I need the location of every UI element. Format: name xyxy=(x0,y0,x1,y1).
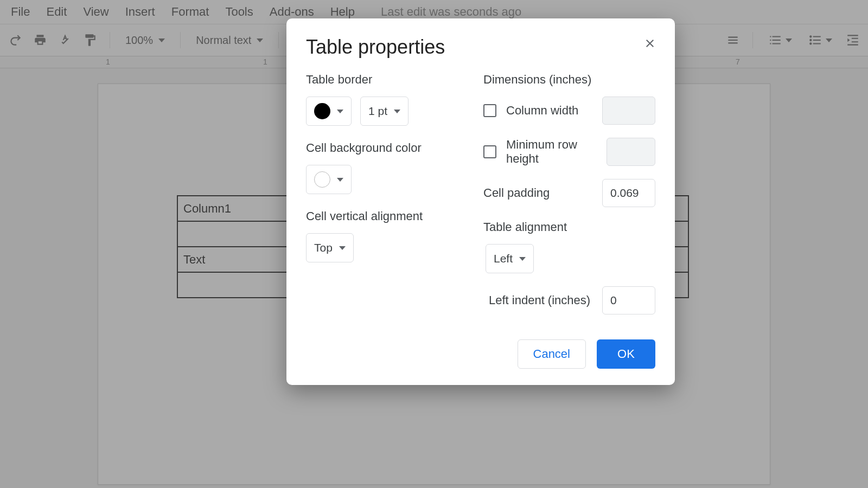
color-swatch-white xyxy=(314,171,330,188)
border-color-dropdown[interactable] xyxy=(306,97,352,126)
table-align-label: Table alignment xyxy=(483,220,655,234)
table-properties-dialog: Table properties Table border 1 pt Cell … xyxy=(286,18,675,385)
cell-padding-input[interactable]: 0.069 xyxy=(602,179,655,207)
border-width-value: 1 pt xyxy=(368,105,387,118)
left-indent-input[interactable]: 0 xyxy=(602,286,655,314)
dimensions-label: Dimensions (inches) xyxy=(483,73,655,87)
column-width-label: Column width xyxy=(506,104,578,118)
vertical-align-value: Top xyxy=(314,241,333,254)
column-width-checkbox[interactable] xyxy=(483,104,496,117)
vertical-align-label: Cell vertical alignment xyxy=(306,209,478,223)
column-width-input[interactable] xyxy=(602,97,655,125)
border-width-dropdown[interactable]: 1 pt xyxy=(360,97,409,126)
table-border-label: Table border xyxy=(306,73,478,87)
close-button[interactable] xyxy=(638,31,662,55)
chevron-down-icon xyxy=(337,178,343,182)
dialog-left-column: Table border 1 pt Cell background color xyxy=(306,73,478,314)
ok-button[interactable]: OK xyxy=(597,339,655,369)
dialog-title: Table properties xyxy=(306,36,655,59)
min-row-height-input[interactable] xyxy=(607,138,655,166)
vertical-align-dropdown[interactable]: Top xyxy=(306,233,354,262)
cell-bg-color-dropdown[interactable] xyxy=(306,165,352,194)
cell-padding-label: Cell padding xyxy=(483,186,593,200)
dialog-right-column: Dimensions (inches) Column width Minimum… xyxy=(483,73,655,314)
cancel-button[interactable]: Cancel xyxy=(518,339,586,369)
table-align-value: Left xyxy=(494,252,513,265)
chevron-down-icon xyxy=(394,110,400,113)
min-row-height-label: Minimum row height xyxy=(506,138,598,166)
left-indent-label: Left indent (inches) xyxy=(489,293,593,307)
table-align-dropdown[interactable]: Left xyxy=(486,244,534,273)
min-row-height-checkbox[interactable] xyxy=(483,145,496,158)
close-icon xyxy=(643,37,656,50)
dialog-actions: Cancel OK xyxy=(306,339,655,369)
left-indent-value: 0 xyxy=(610,294,617,307)
color-swatch-black xyxy=(314,103,330,119)
chevron-down-icon xyxy=(339,246,346,250)
chevron-down-icon xyxy=(519,257,526,261)
cell-bg-label: Cell background color xyxy=(306,141,478,155)
chevron-down-icon xyxy=(337,110,343,113)
cell-padding-value: 0.069 xyxy=(610,187,639,200)
